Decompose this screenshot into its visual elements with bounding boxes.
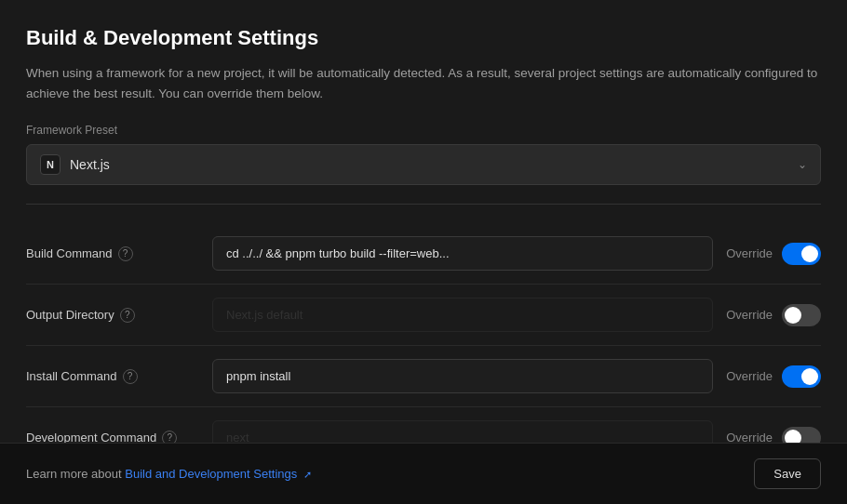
settings-row-install-command: Install Command ? Override <box>26 345 821 406</box>
settings-section: Build Command ? Override Output Director… <box>26 223 821 468</box>
chevron-down-icon: ⌄ <box>798 158 807 171</box>
override-toggle-build-command[interactable] <box>782 243 821 265</box>
footer: Learn more about Build and Development S… <box>0 443 847 504</box>
override-toggle-output-directory[interactable] <box>782 304 821 326</box>
row-label-output-directory: Output Directory ? <box>26 308 212 323</box>
framework-icon: N <box>40 154 60 175</box>
row-input-wrapper-build-command <box>212 236 713 271</box>
divider <box>26 204 821 205</box>
framework-preset-select[interactable]: N Next.js ⌄ <box>26 144 821 185</box>
row-label-text-output-directory: Output Directory <box>26 308 114 322</box>
settings-row-build-command: Build Command ? Override <box>26 223 821 284</box>
row-label-install-command: Install Command ? <box>26 369 212 384</box>
override-label-output-directory: Override <box>726 308 773 322</box>
row-label-build-command: Build Command ? <box>26 246 212 261</box>
toggle-knob-build-command <box>801 245 818 262</box>
override-label-install-command: Override <box>726 369 773 383</box>
help-icon-install-command[interactable]: ? <box>123 369 138 384</box>
row-input-wrapper-output-directory <box>212 298 713 332</box>
override-toggle-install-command[interactable] <box>782 365 821 388</box>
row-label-text-build-command: Build Command <box>26 246 113 260</box>
override-label-build-command: Override <box>726 246 773 260</box>
external-link-icon: ➚ <box>303 469 312 481</box>
footer-text: Learn more about Build and Development S… <box>26 467 312 481</box>
row-input-wrapper-install-command <box>212 359 713 393</box>
settings-row-output-directory: Output Directory ? Override <box>26 284 821 345</box>
help-icon-build-command[interactable]: ? <box>118 246 133 261</box>
row-override-build-command: Override <box>728 243 821 265</box>
footer-link[interactable]: Build and Development Settings ➚ <box>125 467 312 481</box>
help-icon-output-directory[interactable]: ? <box>120 308 135 323</box>
toggle-knob-output-directory <box>785 307 801 324</box>
toggle-knob-install-command <box>801 368 818 385</box>
framework-preset-label: Framework Preset <box>26 124 821 137</box>
row-input-install-command[interactable] <box>212 359 713 393</box>
row-label-text-install-command: Install Command <box>26 369 117 383</box>
row-input-build-command[interactable] <box>212 236 713 271</box>
row-override-output-directory: Override <box>728 304 821 326</box>
row-override-install-command: Override <box>728 365 821 388</box>
row-input-output-directory[interactable] <box>212 298 713 332</box>
framework-selected-value: Next.js <box>70 157 788 172</box>
page-title: Build & Development Settings <box>26 26 821 50</box>
page-description: When using a framework for a new project… <box>26 63 821 103</box>
save-button[interactable]: Save <box>754 458 821 489</box>
